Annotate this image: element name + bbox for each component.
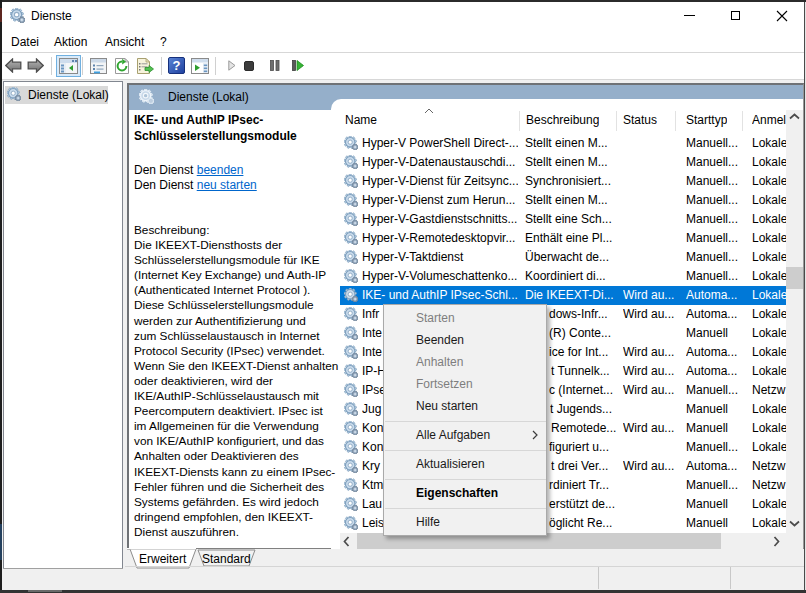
svg-text:?: ? (173, 58, 181, 73)
